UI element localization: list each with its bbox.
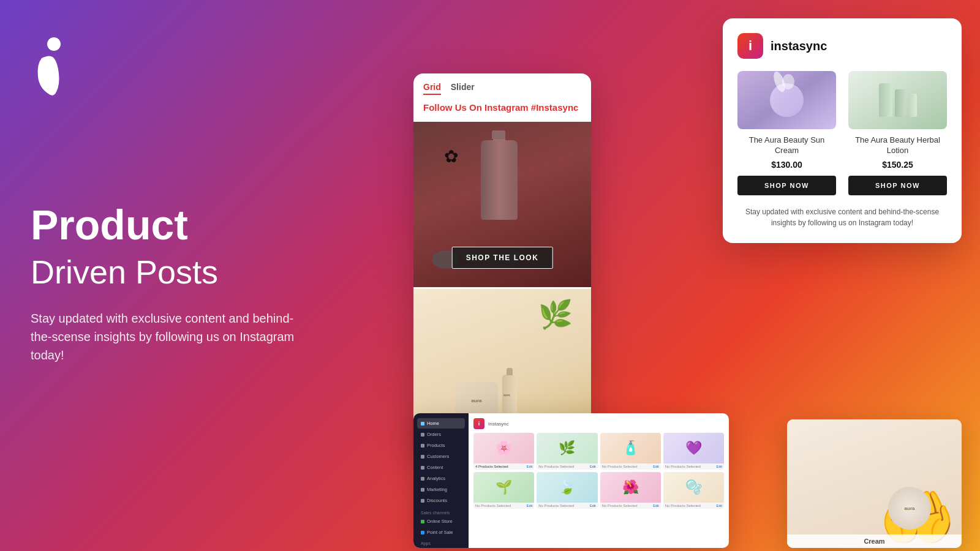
admin-content: i Instasync 🌸 4 Products Selected Edit: [469, 413, 729, 548]
instasync-header: i instasync: [737, 33, 947, 59]
product-thumb-1: 🌸: [473, 433, 534, 463]
shop-the-look-button[interactable]: SHOP THE LOOK: [452, 247, 553, 269]
cream-label: Cream: [787, 534, 962, 548]
product-item-1: The Aura Beauty Sun Cream $130.00 SHOP N…: [737, 71, 836, 195]
instasync-name: instasync: [771, 39, 827, 53]
edit-badge-5[interactable]: Edit: [527, 504, 532, 508]
sidebar-item-content[interactable]: Content: [417, 462, 465, 473]
sidebar-item-products[interactable]: Products: [417, 440, 465, 451]
product-grid-info-1: 4 Products Selected Edit: [473, 463, 534, 470]
admin-toolbar: i Instasync: [473, 418, 724, 429]
follow-tag: #Instasync: [531, 102, 579, 113]
instasync-footer: Stay updated with exclusive content and …: [737, 206, 947, 228]
products-grid: 🌸 4 Products Selected Edit 🌿 No Products…: [473, 433, 724, 509]
product-grid-info-8: No Products Selected Edit: [663, 503, 724, 509]
sidebar-item-marketing[interactable]: Marketing: [417, 484, 465, 495]
edit-badge-1[interactable]: Edit: [527, 465, 532, 468]
edit-badge-6[interactable]: Edit: [590, 504, 595, 508]
edit-badge-8[interactable]: Edit: [717, 504, 722, 508]
product-thumb-2: 🌿: [537, 433, 597, 463]
tab-slider[interactable]: Slider: [451, 82, 475, 95]
sidebar-item-discounts[interactable]: Discounts: [417, 495, 465, 506]
cream-card: 🤲 aura Cream: [787, 419, 962, 548]
table-row[interactable]: 🌺 No Products Selected Edit: [600, 472, 661, 509]
table-row[interactable]: 🧴 No Products Selected Edit: [600, 433, 661, 470]
post-image-top: ✿ SHOP THE LOOK: [413, 122, 591, 287]
left-panel: Product Driven Posts Stay updated with e…: [31, 37, 325, 364]
cream-jar: aura: [888, 487, 931, 530]
cards-container: Grid Slider Follow Us On Instagram #Inst…: [392, 0, 980, 551]
product-thumb-6: 🍃: [537, 472, 597, 503]
apps-label: Apps: [417, 540, 465, 547]
plant-decor: 🌿: [538, 298, 573, 331]
product-grid-info-3: No Products Selected Edit: [600, 463, 661, 470]
admin-sidebar: Home Orders Products Customers Content A…: [413, 413, 469, 548]
product-thumb-7: 🌺: [600, 472, 661, 503]
table-row[interactable]: 🫧 No Products Selected Edit: [663, 472, 724, 509]
sidebar-item-online-store[interactable]: Online Store: [417, 516, 465, 527]
tab-grid[interactable]: Grid: [423, 82, 441, 95]
table-row[interactable]: 🍃 No Products Selected Edit: [537, 472, 597, 509]
sidebar-item-customers[interactable]: Customers: [417, 451, 465, 462]
admin-instasync-label: Instasync: [488, 421, 509, 427]
post-card-header: Grid Slider Follow Us On Instagram #Inst…: [413, 73, 591, 122]
product-thumb-5: 🌱: [473, 472, 534, 503]
table-row[interactable]: 🌱 No Products Selected Edit: [473, 472, 534, 509]
product-thumb-3: 🧴: [600, 433, 661, 463]
product-price-2: $150.25: [848, 160, 947, 170]
product-bottle: [481, 140, 518, 220]
product-img-cream: [737, 71, 836, 129]
instasync-card: i instasync The Aura Beauty Sun Cream $1…: [723, 18, 962, 243]
product-grid-info-5: No Products Selected Edit: [473, 503, 534, 509]
headline-light: Driven Posts: [31, 253, 325, 291]
shop-now-button-1[interactable]: SHOP NOW: [737, 176, 836, 195]
edit-badge-4[interactable]: Edit: [717, 465, 722, 468]
app-logo: [31, 37, 74, 80]
product-thumb-4: 💜: [663, 433, 724, 463]
table-row[interactable]: 🌿 No Products Selected Edit: [537, 433, 597, 470]
edit-badge-7[interactable]: Edit: [653, 504, 658, 508]
product-grid-info-2: No Products Selected Edit: [537, 463, 597, 470]
sidebar-item-analytics[interactable]: Analytics: [417, 473, 465, 484]
table-row[interactable]: 💜 No Products Selected Edit: [663, 433, 724, 470]
sales-channels-label: Sales channels: [417, 509, 465, 516]
admin-panel: Home Orders Products Customers Content A…: [413, 413, 729, 548]
shop-now-button-2[interactable]: SHOP NOW: [848, 176, 947, 195]
svg-point-0: [47, 37, 61, 51]
edit-badge-3[interactable]: Edit: [653, 465, 658, 468]
table-row[interactable]: 🌸 4 Products Selected Edit: [473, 433, 534, 470]
products-row: The Aura Beauty Sun Cream $130.00 SHOP N…: [737, 71, 947, 195]
sidebar-item-home[interactable]: Home: [417, 418, 465, 429]
product-item-2: The Aura Beauty Herbal Lotion $150.25 SH…: [848, 71, 947, 195]
instasync-icon: i: [737, 33, 763, 59]
product-name-1: The Aura Beauty Sun Cream: [737, 135, 836, 156]
follow-text: Follow Us On Instagram #Instasync: [423, 102, 581, 113]
edit-badge-2[interactable]: Edit: [590, 465, 595, 468]
product-grid-info-7: No Products Selected Edit: [600, 503, 661, 509]
product-thumb-8: 🫧: [663, 472, 724, 503]
admin-instasync-logo: i: [473, 418, 484, 429]
sidebar-item-flow[interactable]: Flow: [417, 547, 465, 548]
product-name-2: The Aura Beauty Herbal Lotion: [848, 135, 947, 156]
post-card: Grid Slider Follow Us On Instagram #Inst…: [413, 73, 591, 448]
product-grid-info-6: No Products Selected Edit: [537, 503, 597, 509]
product-price-1: $130.00: [737, 160, 836, 170]
subtext: Stay updated with exclusive content and …: [31, 309, 300, 364]
product-grid-info-4: No Products Selected Edit: [663, 463, 724, 470]
sidebar-item-pos[interactable]: Point of Sale: [417, 527, 465, 538]
product-img-lotion: [848, 71, 947, 129]
flower-decor: ✿: [444, 146, 458, 167]
tab-row: Grid Slider: [423, 82, 581, 95]
headline-bold: Product: [31, 202, 325, 248]
sidebar-item-orders[interactable]: Orders: [417, 429, 465, 440]
